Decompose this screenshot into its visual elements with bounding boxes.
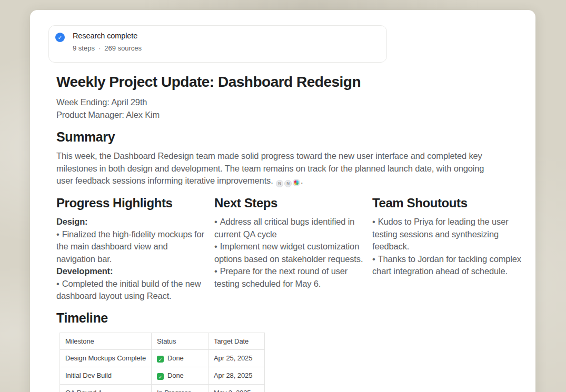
bullet-item: •Finalized the high-fidelity mockups for… (56, 228, 205, 266)
trailing-period: . (301, 176, 303, 185)
green-check-emoji (157, 356, 164, 363)
document-card: Research complete 9 steps · 269 sources … (30, 10, 535, 392)
green-check-emoji (157, 373, 164, 380)
notion-citation-icon[interactable]: N (284, 180, 292, 187)
milestone-cell: Design Mockups Complete (60, 349, 152, 367)
summary-paragraph: This week, the Dashboard Redesign team m… (56, 150, 493, 187)
design-label: Design: (56, 216, 205, 228)
research-status-title: Research complete (73, 32, 142, 40)
milestone-cell: QA Round 1 (60, 384, 152, 392)
progress-highlights-heading: Progress Highlights (56, 196, 205, 210)
slack-citation-icon[interactable] (293, 179, 300, 186)
bullet-item: •Kudos to Priya for leading the user tes… (372, 216, 521, 253)
product-manager-line: Product Manager: Alex Kim (56, 109, 521, 122)
bullet-item: •Thanks to Jordan for tackling complex c… (372, 253, 521, 278)
summary-text: This week, the Dashboard Redesign team m… (56, 151, 484, 185)
table-row: Design Mockups Complete Done Apr 25, 202… (60, 349, 265, 367)
status-cell: In Progress (152, 384, 208, 392)
timeline-table: Milestone Status Target Date Design Mock… (59, 333, 265, 392)
team-shoutouts-heading: Team Shoutouts (372, 196, 521, 210)
status-column-header: Status (152, 333, 208, 349)
bullet-item: •Prepare for the next round of user test… (214, 265, 363, 290)
research-status-card[interactable]: Research complete 9 steps · 269 sources (48, 25, 387, 63)
date-cell: Apr 25, 2025 (208, 349, 265, 367)
table-row: QA Round 1 In Progress May 2, 2025 (60, 384, 265, 392)
table-row: Initial Dev Build Done Apr 28, 2025 (60, 367, 265, 384)
next-steps-heading: Next Steps (214, 196, 363, 210)
notion-citation-icon[interactable]: N (276, 180, 283, 187)
sources-count: 269 sources (104, 44, 142, 52)
column-next-steps: Next Steps •Address all critical bugs id… (214, 196, 363, 303)
milestone-column-header: Milestone (60, 333, 152, 349)
summary-heading: Summary (56, 129, 521, 145)
bullet-item: •Address all critical bugs identified in… (214, 216, 363, 240)
timeline-heading: Timeline (56, 310, 521, 326)
date-cell: Apr 28, 2025 (208, 367, 265, 384)
document-body: Weekly Project Update: Dashboard Redesig… (48, 74, 521, 392)
development-label: Development: (56, 265, 205, 278)
check-circle-icon (55, 33, 65, 42)
status-cell: Done (152, 367, 208, 384)
research-status-text: Research complete 9 steps · 269 sources (73, 32, 142, 52)
week-ending-line: Week Ending: April 29th (56, 96, 521, 109)
column-progress-highlights: Progress Highlights Design: •Finalized t… (56, 196, 205, 303)
research-status-meta: 9 steps · 269 sources (73, 44, 142, 52)
milestone-cell: Initial Dev Build (60, 367, 152, 384)
document-meta: Week Ending: April 29th Product Manager:… (56, 96, 521, 121)
column-team-shoutouts: Team Shoutouts •Kudos to Priya for leadi… (372, 196, 521, 303)
target-date-column-header: Target Date (208, 333, 265, 349)
bullet-item: •Implement new widget customization opti… (214, 240, 363, 265)
date-cell: May 2, 2025 (208, 384, 265, 392)
table-header-row: Milestone Status Target Date (60, 333, 265, 349)
separator-dot: · (98, 44, 101, 52)
status-cell: Done (152, 349, 208, 367)
bullet-item: •Completed the initial build of the new … (56, 278, 205, 303)
steps-count: 9 steps (73, 44, 95, 52)
page-title: Weekly Project Update: Dashboard Redesig… (56, 74, 521, 91)
three-column-section: Progress Highlights Design: •Finalized t… (56, 196, 521, 303)
